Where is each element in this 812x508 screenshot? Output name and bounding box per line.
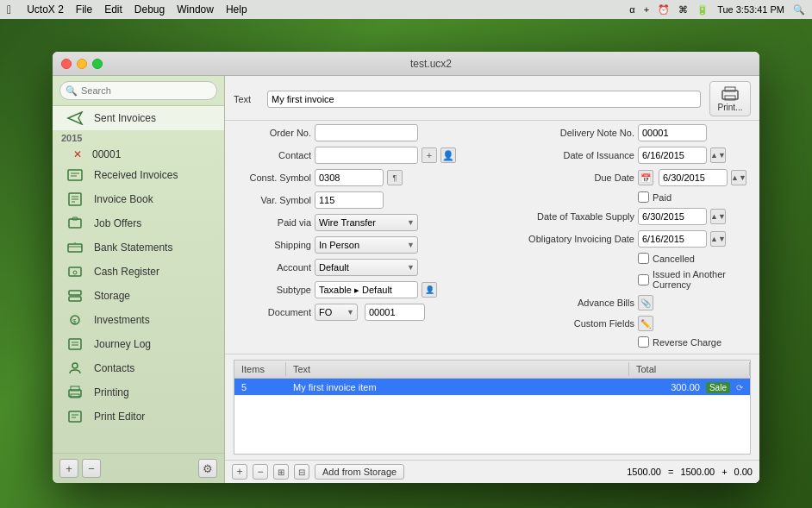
table-footer: + − ⊞ ⊟ Add from Storage 1500.00 = 1500.… [225,460,759,483]
var-symbol-input[interactable] [315,191,384,209]
amount3: 0.00 [734,467,753,477]
sidebar-item-journey-log[interactable]: Journey Log [53,332,224,356]
remove-row-button[interactable]: − [253,464,268,480]
add-from-storage-button[interactable]: Add from Storage [315,464,404,480]
menu-debug[interactable]: Debug [134,3,165,16]
issuance-calendar-icon[interactable]: ▲▼ [710,147,726,163]
sidebar-year: 2015 [53,130,224,146]
menu-window[interactable]: Window [177,3,214,16]
subtype-input[interactable] [315,281,418,298]
taxable-supply-stepper-icon[interactable]: ▲▼ [710,209,726,224]
reverse-charge-label: Reverse Charge [653,337,721,348]
account-select[interactable]: Default [315,259,418,276]
menu-time: Tue 3:53:41 PM [717,4,784,15]
journey-log-label: Journey Log [94,338,215,350]
menu-wifi-icon: ⌘ [678,4,688,16]
due-date-stepper-icon[interactable]: ▲▼ [731,170,746,185]
apple-logo-icon:  [7,3,11,16]
row-expand-icon[interactable]: ⟳ [736,383,743,392]
reverse-charge-checkbox[interactable] [638,336,649,348]
table-body: 5 My first invoice item 300.00 Sale ⟳ [234,379,750,454]
document-type-select[interactable]: FO [315,304,358,321]
traffic-lights [61,59,103,69]
order-no-input[interactable] [315,124,418,141]
menu-edit[interactable]: Edit [104,3,122,16]
amount2: 1500.00 [680,467,715,477]
delivery-note-input[interactable] [638,124,707,141]
cancelled-checkbox-label[interactable]: Cancelled [638,253,695,264]
another-currency-field: Issued in Another Currency [497,269,751,290]
remove-entry-button[interactable]: − [82,459,101,478]
svg-point-14 [73,271,77,274]
sidebar-item-cash-register[interactable]: Cash Register [53,260,224,284]
search-input[interactable] [59,81,217,100]
contact-input[interactable] [315,147,418,164]
settings-button[interactable]: ⚙ [198,459,217,478]
issuance-field: Date of Issuance ▲▼ [497,147,751,164]
table-row[interactable]: 5 My first invoice item 300.00 Sale ⟳ [234,379,750,396]
cancelled-checkbox[interactable] [638,253,649,264]
sidebar-item-bank-statements[interactable]: Bank Statements [53,235,224,260]
add-entry-button[interactable]: + [59,459,78,478]
svg-rect-15 [69,291,81,295]
due-date-icon: 📅 [638,170,653,185]
sidebar-item-sent-invoices[interactable]: Sent Invoices [53,106,224,130]
menu-clock-icon: ⏰ [658,4,670,16]
document-field: Document FO ▼ [234,304,488,321]
menu-file[interactable]: File [76,3,92,16]
invoicing-date-input[interactable] [638,230,707,248]
document-number-input[interactable] [365,304,425,321]
shipping-field: Shipping In Person Mail ▼ [234,236,488,254]
search-icon: 🔍 [66,85,78,97]
sent-invoices-label: Sent Invoices [94,112,215,124]
invoicing-date-field: Obligatory Invoicing Date ▲▼ [497,230,751,248]
contact-person-button[interactable]: 👤 [440,147,456,163]
reverse-charge-checkbox-label[interactable]: Reverse Charge [638,336,721,348]
sidebar-item-received-invoices[interactable]: Received Invoices [53,163,224,187]
paid-checkbox[interactable] [638,191,649,203]
due-date-input[interactable] [659,169,728,186]
close-button[interactable] [61,59,72,69]
menu-search-icon[interactable]: 🔍 [793,4,805,16]
invoicing-date-stepper-icon[interactable]: ▲▼ [710,231,726,247]
sidebar-item-contacts[interactable]: Contacts [53,356,224,380]
const-symbol-format-button[interactable]: ¶ [387,170,403,185]
add-contact-button[interactable]: + [422,147,437,163]
another-currency-checkbox[interactable] [638,274,649,285]
taxable-supply-input[interactable] [638,208,707,225]
copy-row-button[interactable]: ⊞ [273,464,289,480]
sidebar-item-year-entry[interactable]: ✕ 00001 [53,146,224,163]
delivery-note-label: Delivery Note No. [497,128,634,138]
titlebar: test.ucx2 [53,52,759,76]
maximize-button[interactable] [92,59,103,69]
account-label: Account [234,262,311,273]
shipping-select[interactable]: In Person Mail [315,236,418,254]
var-symbol-label: Var. Symbol [234,195,311,205]
sidebar-item-job-offers[interactable]: Job Offers [53,211,224,235]
advance-bills-icon[interactable]: 📎 [638,295,653,310]
menu-help[interactable]: Help [226,3,247,16]
sidebar-item-printing[interactable]: Printing [53,380,224,405]
taxable-supply-label: Date of Taxable Supply [497,211,634,222]
custom-fields-icon[interactable]: ✏️ [638,316,653,331]
another-currency-checkbox-label[interactable]: Issued in Another Currency [638,269,751,290]
storage-icon [63,286,87,305]
svg-rect-26 [69,411,81,422]
text-input[interactable] [267,91,701,108]
add-row-button[interactable]: + [232,464,247,480]
issuance-input[interactable] [638,147,707,164]
paid-checkbox-label[interactable]: Paid [638,191,671,203]
print-button[interactable]: Print... [709,81,751,116]
const-symbol-input[interactable] [315,169,384,186]
sidebar-item-investments[interactable]: $ Investments [53,308,224,332]
grid-button[interactable]: ⊟ [294,464,309,480]
var-symbol-field: Var. Symbol [234,191,488,209]
received-invoices-icon [63,166,87,185]
app-name: UctoX 2 [27,3,64,16]
sidebar-item-invoice-book[interactable]: Invoice Book [53,187,224,211]
paid-via-select[interactable]: Wire Transfer Cash [315,214,418,231]
minimize-button[interactable] [77,59,87,69]
sidebar-item-print-editor[interactable]: Print Editor [53,405,224,429]
contacts-icon [63,359,87,378]
sidebar-item-storage[interactable]: Storage [53,284,224,308]
